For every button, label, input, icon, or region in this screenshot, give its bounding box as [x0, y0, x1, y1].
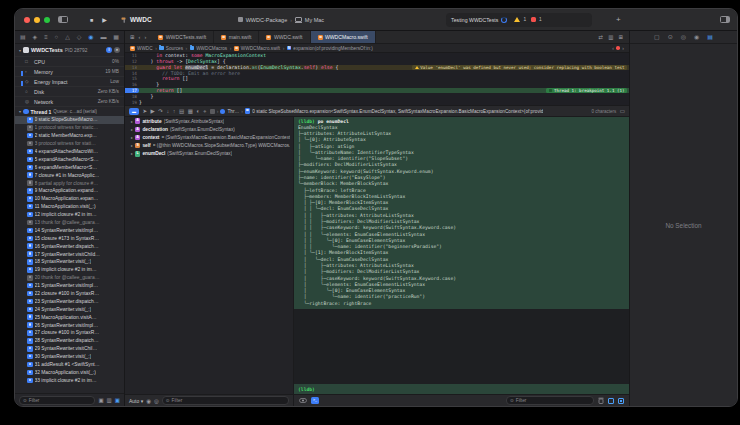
console-mode-icon[interactable]: >_ — [311, 397, 319, 404]
toggle-left-sidebar-icon[interactable] — [58, 16, 68, 23]
stack-frame[interactable]: 9 MacroApplication.expand… — [15, 187, 124, 195]
line-number[interactable]: 14 — [125, 71, 139, 76]
view-hierarchy-icon[interactable]: ▤ — [179, 108, 184, 114]
line-number[interactable]: 11 — [125, 53, 139, 58]
variables-pane-toggle-icon[interactable] — [608, 398, 614, 404]
environment-overrides-icon[interactable]: ◐ — [196, 108, 199, 114]
gauge-row-cpu[interactable]: □CPU0% — [15, 56, 124, 66]
title-bar[interactable]: ■ ▶ WWDC WWDC-Package › My Mac Testing W… — [15, 9, 737, 31]
stack-frame[interactable]: 7 closure #1 in MacroApplic… — [15, 171, 124, 179]
debug-console[interactable]: (lldb) po enumDeclEnumDeclSyntax├─attrib… — [294, 117, 629, 406]
stack-frame[interactable]: 16 SyntaxRewriter.dispatch… — [15, 242, 124, 250]
symbol-navigator-icon[interactable]: ≡ — [44, 34, 48, 40]
continue-icon[interactable]: ▶ — [151, 108, 155, 114]
memory-graph-icon[interactable]: ▦ — [188, 108, 193, 114]
breadcrumb-item[interactable]: WWDCMacro.swift — [234, 46, 280, 51]
thread-crumb[interactable]: Thr… — [227, 109, 239, 114]
breadcrumb-item[interactable]: Mexpansion(of:providingMembersOf:in:) — [287, 46, 373, 51]
library-add-button[interactable]: + — [616, 15, 621, 24]
debug-jump-bar[interactable]: › Thr… › 0 static SlopeSubsetMacro.expan… — [210, 108, 588, 114]
editor-tab[interactable]: WWDCTests.swift — [151, 31, 214, 43]
gauge-row-energy-impact[interactable]: ◇Energy ImpactLow — [15, 76, 124, 86]
stack-frame[interactable]: 25 MacroApplication.visitA… — [15, 313, 124, 321]
breadcrumb-item[interactable]: WWDC — [130, 46, 153, 51]
line-number[interactable]: 18 — [125, 94, 139, 99]
view-mode-icon[interactable]: ▥ — [107, 397, 112, 403]
stack-frame[interactable]: 3 protocol witness for stati… — [15, 140, 124, 148]
variable-row[interactable]: ▸Sself= (@thin WWDCMacros.SlopeSubsetMac… — [125, 142, 293, 150]
disclosure-triangle-icon[interactable]: ▸ — [131, 119, 133, 124]
line-number[interactable]: 12 — [125, 59, 139, 64]
variable-row[interactable]: ▸Adeclaration(SwiftSyntax.EnumDeclSyntax… — [125, 125, 293, 133]
breakpoints-toggle-icon[interactable]: ➤ — [143, 108, 148, 114]
line-number[interactable]: 15 — [125, 76, 139, 81]
navigator-filter-input[interactable]: ⊙ Filter — [19, 396, 95, 405]
stack-frame[interactable]: 20 thunk for @callee_guara… — [15, 274, 124, 282]
stack-frame[interactable]: 8 partial apply for closure #… — [15, 179, 124, 187]
crumb-back-icon[interactable]: ‹ — [612, 45, 614, 51]
breadcrumb-item[interactable]: WWDCMacros — [190, 46, 228, 51]
stack-frame[interactable]: 21 SyntaxRewriter.visitImpl… — [15, 282, 124, 290]
report-navigator-icon[interactable]: ▦ — [113, 34, 119, 40]
activity-viewer[interactable]: Testing WWDCTests 1 1 — [446, 13, 592, 27]
stack-frame[interactable]: 0 static SlopeSubsetMacro… — [15, 116, 124, 124]
stack-frame[interactable]: 24 SyntaxRewriter.visit(_:) — [15, 305, 124, 313]
thread-row[interactable]: ▾ Thread 1 Queue: c…ad (serial) — [15, 106, 124, 116]
stack-frame[interactable]: 13 thunk for @callee_guara… — [15, 219, 124, 227]
disclosure-triangle-icon[interactable]: ▸ — [131, 143, 133, 148]
stack-frame[interactable]: 26 SyntaxRewriter.visitImpl… — [15, 321, 124, 329]
stop-button[interactable]: ■ — [90, 17, 93, 23]
editor-tab[interactable]: WWDCMacro.swift — [311, 31, 376, 43]
warning-icon[interactable] — [514, 17, 520, 22]
line-number[interactable]: 19 — [125, 100, 139, 105]
code-line[interactable]: 19} — [125, 99, 629, 105]
stack-frame[interactable]: 6 expandMemberMacro<S… — [15, 163, 124, 171]
variables-filter-input[interactable]: ⊙ Filter — [162, 396, 289, 405]
find-navigator-icon[interactable]: ○ — [55, 34, 59, 40]
stack-frame[interactable]: 33 implicit closure #2 in im… — [15, 376, 124, 384]
stack-frame[interactable]: 5 expandAttachedMacro<S… — [15, 155, 124, 163]
console-pane-toggle-icon[interactable] — [618, 398, 624, 404]
debug-area-toggle-icon[interactable]: ▬ — [129, 108, 139, 115]
stack-frame[interactable]: 12 implicit closure #2 in im… — [15, 211, 124, 219]
step-into-icon[interactable]: ↓ — [166, 108, 169, 114]
stack-frame[interactable]: 14 SyntaxRewriter.visitImpl… — [15, 226, 124, 234]
frame-crumb[interactable]: 0 static SlopeSubsetMacro.expansion<Swif… — [252, 109, 543, 114]
flat-view-icon[interactable]: ◉ — [146, 398, 151, 404]
gauge-row-disk[interactable]: ○DiskZero KB/s — [15, 86, 124, 96]
stack-frame[interactable]: 17 SyntaxRewriter.visitChild… — [15, 250, 124, 258]
pause-process-icon[interactable]: ‖ — [106, 47, 112, 53]
variable-row[interactable]: ▸Aattribute(SwiftSyntax.AttributeSyntax) — [125, 117, 293, 125]
stack-frame[interactable]: 30 SyntaxRewriter.visit(_:) — [15, 353, 124, 361]
scope-popup[interactable]: Auto ▾ — [129, 398, 143, 404]
back-icon[interactable]: ‹ — [139, 34, 141, 40]
attributes-inspector-icon[interactable]: ▤ — [707, 34, 713, 40]
stack-frame[interactable]: 1 protocol witness for static… — [15, 124, 124, 132]
stack-frame[interactable]: 15 closure #173 in SyntaxR… — [15, 234, 124, 242]
clear-console-icon[interactable] — [598, 397, 604, 404]
info-icon[interactable]: ◎ — [154, 398, 159, 404]
related-items-icon[interactable]: ⊞ — [130, 34, 135, 40]
gauge-row-network[interactable]: ◎NetworkZero KB/s — [15, 96, 124, 106]
editor-tab[interactable]: main.swift — [214, 31, 259, 43]
issue-navigator-icon[interactable]: △ — [65, 34, 70, 40]
breadcrumb-item[interactable]: Sources — [159, 46, 183, 51]
stack-frame[interactable]: 28 SyntaxRewriter.dispatch… — [15, 337, 124, 345]
output-visibility-icon[interactable] — [299, 398, 307, 403]
console-toggle-icon[interactable]: ▭ — [620, 108, 625, 114]
compress-frames-icon[interactable]: ▣ — [115, 397, 120, 403]
forward-icon[interactable]: › — [144, 34, 146, 40]
toggle-right-sidebar-icon[interactable] — [720, 16, 730, 23]
stack-frame[interactable]: 4 expandAttachedMacroWi… — [15, 148, 124, 156]
minimize-window-icon[interactable] — [34, 17, 40, 23]
debug-navigator-icon[interactable]: ◉ — [88, 34, 93, 40]
disclosure-triangle-icon[interactable]: ▸ — [131, 151, 133, 156]
stack-frame[interactable]: 31 addResult #1 <SwiftSynt… — [15, 361, 124, 369]
disclosure-triangle-icon[interactable]: ▾ — [19, 48, 21, 53]
line-number[interactable]: 16 — [125, 82, 139, 87]
stack-frame[interactable]: 10 MacroApplication.expan… — [15, 195, 124, 203]
breakpoint-badge[interactable]: Thread 1: breakpoint 1.1 (1) — [546, 88, 627, 93]
stack-frame[interactable]: 18 SyntaxRewriter.visit(_:) — [15, 258, 124, 266]
step-out-icon[interactable]: ↑ — [173, 108, 176, 114]
test-navigator-icon[interactable]: ◇ — [77, 34, 82, 40]
